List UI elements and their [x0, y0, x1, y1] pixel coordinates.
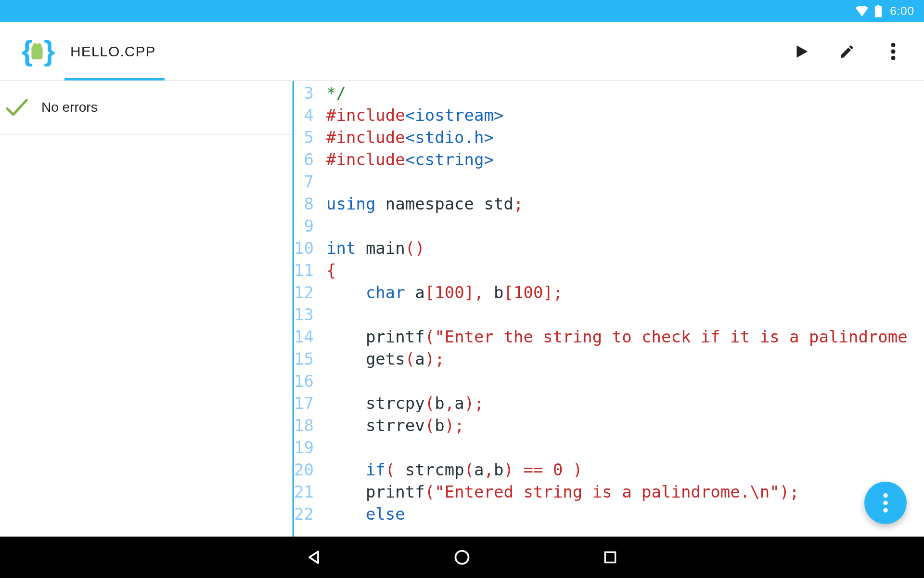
- code-line[interactable]: int main(): [326, 237, 924, 259]
- code-line[interactable]: strcpy(b,a);: [326, 392, 924, 414]
- code-line[interactable]: gets(a);: [326, 348, 924, 370]
- line-number-gutter: 345678910111213141516171819202122: [293, 81, 318, 537]
- android-status-bar: 6:00: [0, 0, 924, 22]
- battery-icon: [874, 5, 882, 17]
- errors-panel: No errors: [0, 81, 293, 537]
- code-line[interactable]: [326, 370, 924, 392]
- code-line[interactable]: else: [326, 503, 924, 525]
- code-line[interactable]: printf("Entered string is a palindrome.\…: [326, 481, 924, 503]
- svg-text:{: {: [22, 34, 33, 66]
- svg-point-9: [883, 493, 887, 498]
- svg-rect-13: [605, 552, 615, 562]
- app-icon[interactable]: { }: [19, 34, 55, 69]
- line-number: 11: [294, 259, 314, 281]
- fab-more-button[interactable]: [864, 482, 907, 524]
- edit-button[interactable]: [837, 42, 857, 61]
- nav-recent-button[interactable]: [599, 546, 622, 569]
- line-number: 21: [294, 481, 314, 503]
- nav-home-button[interactable]: [450, 546, 474, 569]
- line-number: 6: [294, 148, 314, 171]
- line-number: 16: [294, 370, 314, 392]
- file-title: HELLO.CPP: [70, 43, 155, 60]
- code-line[interactable]: [326, 436, 924, 459]
- code-line[interactable]: #include<stdio.h>: [326, 126, 924, 148]
- wifi-icon: [855, 6, 869, 16]
- main-area: No errors 345678910111213141516171819202…: [0, 81, 924, 537]
- svg-point-8: [891, 56, 896, 60]
- code-line[interactable]: {: [326, 259, 924, 281]
- code-content[interactable]: */#include<iostream>#include<stdio.h>#in…: [318, 81, 924, 537]
- overflow-menu-button[interactable]: [884, 42, 903, 61]
- run-button[interactable]: [791, 42, 810, 61]
- line-number: 17: [294, 392, 314, 414]
- line-number: 14: [294, 326, 314, 348]
- code-line[interactable]: #include<cstring>: [326, 148, 924, 171]
- app-bar: { } HELLO.CPP: [0, 22, 924, 81]
- status-clock: 6:00: [890, 4, 914, 18]
- code-line[interactable]: printf("Enter the string to check if it …: [326, 326, 924, 348]
- line-number: 4: [294, 104, 314, 126]
- android-nav-bar: [0, 537, 924, 578]
- active-tab-indicator: [64, 78, 165, 80]
- line-number: 19: [294, 436, 314, 459]
- line-number: 13: [294, 303, 314, 326]
- code-line[interactable]: [326, 215, 924, 237]
- line-number: 7: [294, 171, 314, 193]
- line-number: 12: [294, 281, 314, 303]
- svg-point-11: [883, 508, 887, 512]
- code-editor[interactable]: 345678910111213141516171819202122 */#inc…: [293, 81, 924, 537]
- code-line[interactable]: [326, 303, 924, 326]
- svg-point-12: [456, 551, 469, 564]
- line-number: 10: [294, 237, 314, 259]
- code-line[interactable]: [326, 171, 924, 193]
- error-status-row[interactable]: No errors: [0, 81, 292, 134]
- code-line[interactable]: if( strcmp(a,b) == 0 ): [326, 459, 924, 481]
- code-line[interactable]: #include<iostream>: [326, 104, 924, 126]
- code-line[interactable]: strrev(b);: [326, 414, 924, 436]
- line-number: 18: [294, 414, 314, 436]
- nav-back-button[interactable]: [302, 546, 325, 569]
- line-number: 8: [294, 193, 314, 215]
- line-number: 15: [294, 348, 314, 370]
- app-bar-actions: [791, 42, 911, 61]
- line-number: 20: [294, 459, 314, 481]
- line-number: 22: [294, 503, 314, 525]
- svg-point-10: [883, 500, 887, 505]
- svg-point-6: [891, 43, 896, 47]
- svg-text:}: }: [44, 34, 55, 66]
- code-line[interactable]: */: [326, 82, 924, 104]
- code-line[interactable]: char a[100], b[100];: [326, 281, 924, 303]
- svg-rect-5: [33, 43, 42, 48]
- check-icon: [4, 94, 30, 120]
- code-line[interactable]: using namespace std;: [326, 193, 924, 215]
- svg-point-7: [891, 49, 896, 53]
- line-number: 3: [294, 82, 314, 104]
- line-number: 5: [294, 126, 314, 148]
- line-number: 9: [294, 215, 314, 237]
- error-status-text: No errors: [41, 100, 98, 115]
